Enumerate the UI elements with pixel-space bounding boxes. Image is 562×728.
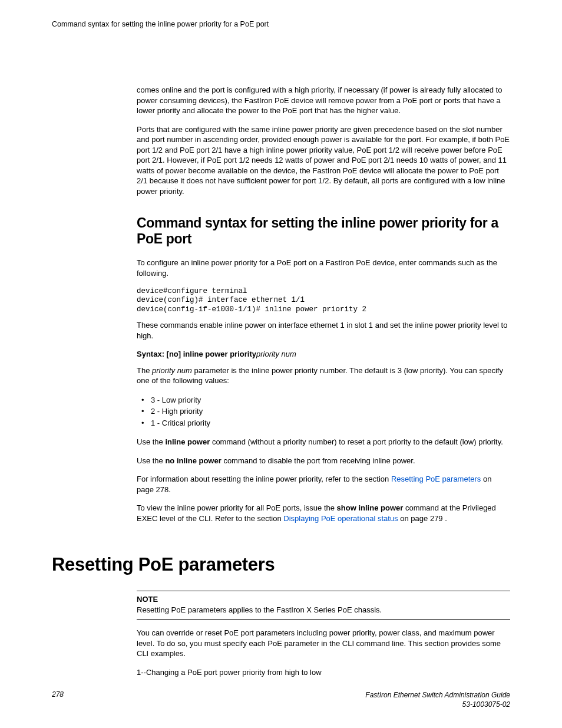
bullet-list: 3 - Low priority 2 - High priority 1 - C…: [137, 394, 510, 429]
section-heading: Command syntax for setting the inline po…: [137, 215, 510, 247]
text-run: The: [137, 366, 152, 375]
body-paragraph: The priority num parameter is the inline…: [137, 365, 510, 386]
body-paragraph: For information about resetting the inli…: [137, 474, 510, 495]
text-italic: priority num: [152, 366, 192, 375]
body-paragraph: comes online and the port is configured …: [137, 85, 510, 116]
syntax-italic: priority num: [256, 350, 296, 358]
note-text: Resetting PoE parameters applies to the …: [137, 605, 510, 615]
text-run: To view the inline power priority for al…: [137, 503, 337, 512]
list-item: 2 - High priority: [137, 406, 510, 417]
text-bold: inline power: [165, 437, 210, 446]
cross-reference-link[interactable]: Displaying PoE operational status: [283, 514, 398, 523]
book-title: FastIron Ethernet Switch Administration …: [365, 690, 510, 709]
text-run: parameter is the inline power priority n…: [137, 366, 503, 386]
page-footer: 278 FastIron Ethernet Switch Administrat…: [52, 690, 510, 709]
body-paragraph: You can override or reset PoE port param…: [137, 628, 510, 659]
note-box: NOTE Resetting PoE parameters applies to…: [137, 591, 510, 620]
text-bold: no inline power: [165, 456, 221, 465]
text-run: Use the: [137, 437, 165, 446]
note-label: NOTE: [137, 595, 510, 604]
text-run: command to disable the port from receivi…: [222, 456, 415, 465]
list-item: 3 - Low priority: [137, 394, 510, 406]
text-run: Use the: [137, 456, 165, 465]
text-bold: show inline power: [337, 503, 404, 512]
code-block: device#configure terminal device(config)…: [137, 287, 510, 315]
syntax-bold: Syntax: [no] inline power priority: [137, 350, 256, 358]
horizontal-rule: [137, 591, 510, 591]
body-paragraph: To configure an inline power priority fo…: [137, 258, 510, 278]
running-header: Command syntax for setting the inline po…: [52, 20, 510, 28]
text-run: command (without a priority number) to r…: [210, 437, 503, 446]
main-content: comes online and the port is configured …: [137, 85, 510, 677]
body-paragraph: These commands enable inline power on in…: [137, 320, 510, 341]
syntax-line: Syntax: [no] inline power prioritypriori…: [137, 350, 510, 358]
list-item: 1 - Critical priority: [137, 417, 510, 429]
book-line: 53-1003075-02: [462, 700, 510, 709]
body-paragraph: Ports that are configured with the same …: [137, 124, 510, 197]
book-line: FastIron Ethernet Switch Administration …: [365, 691, 510, 699]
page-number: 278: [52, 690, 64, 699]
text-run: on page 279 .: [398, 514, 447, 523]
body-paragraph: To view the inline power priority for al…: [137, 503, 510, 523]
body-paragraph: Use the inline power command (without a …: [137, 437, 510, 447]
body-paragraph: Use the no inline power command to disab…: [137, 456, 510, 466]
cross-reference-link[interactable]: Resetting PoE parameters: [391, 475, 481, 483]
text-run: For information about resetting the inli…: [137, 475, 391, 483]
chapter-heading: Resetting PoE parameters: [52, 554, 510, 575]
body-paragraph: 1--Changing a PoE port power priority fr…: [137, 667, 510, 678]
horizontal-rule: [137, 619, 510, 620]
